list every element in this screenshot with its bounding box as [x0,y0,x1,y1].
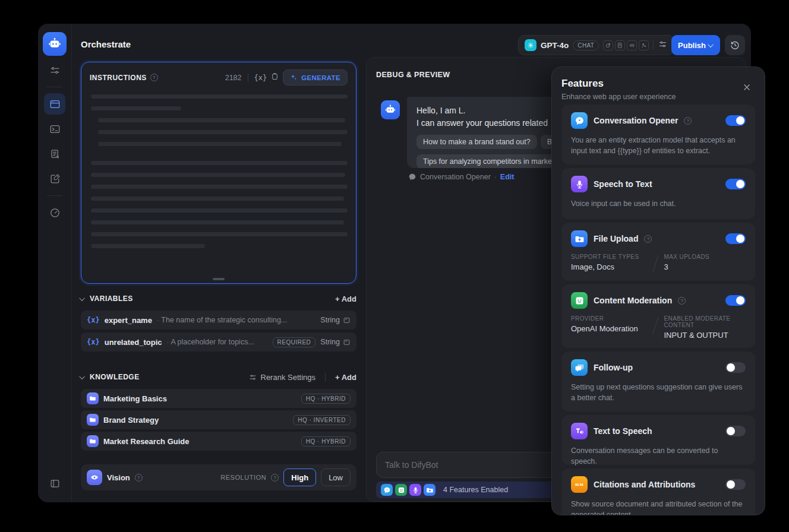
citations-toggle[interactable] [725,479,746,490]
feature-title: Conversation Opener [594,116,678,125]
divider [325,373,326,381]
edit-opener-button[interactable]: Edit [500,173,515,181]
file-upload-toggle[interactable] [725,233,746,244]
preferences-sliders-icon[interactable] [44,59,65,81]
conversation-opener-caption: Conversation Opener · Edit [408,173,514,181]
follow-up-icon [571,359,588,376]
sidebar-item-orchestrate[interactable] [44,93,65,115]
variable-icon: {x} [87,316,100,324]
help-icon[interactable] [684,117,692,125]
vision-capability-icon [603,40,613,50]
knowledge-row[interactable]: Marketing Basics HQ · HYBRID [81,389,356,408]
copy-icon[interactable] [270,72,279,83]
model-mode-badge: CHAT [573,40,599,50]
vision-label: Vision [107,473,130,482]
divider [653,40,654,50]
variable-icon: {x} [87,338,100,346]
resolution-label: RESOLUTION [220,474,266,481]
moderation-provider-field: PROVIDER OpenAI Moderation [571,315,653,333]
chat-input-placeholder: Talk to DifyBot [385,460,438,470]
feature-title: Content Moderation [594,296,672,305]
model-settings-icon[interactable] [658,39,668,52]
sliders-icon [248,373,257,382]
version-history-button[interactable] [725,35,745,55]
chevron-down-icon[interactable] [79,295,85,301]
feature-card-speech-to-text: Speech to Text Voice input can be used i… [561,168,755,219]
feature-title: Text to Speech [594,426,652,436]
features-panel: Features Enhance web app user experience… [551,66,765,515]
variable-row[interactable]: {x} expert_name The name of the strategi… [81,311,356,330]
debug-preview-title: DEBUG & PREVIEW [376,71,450,79]
add-knowledge-button[interactable]: + Add [335,373,356,382]
variables-section-header: VARIABLES + Add [81,292,356,305]
conversation-opener-toggle[interactable] [725,115,746,126]
speech-to-text-toggle[interactable] [725,179,746,189]
conversation-opener-mini-icon [381,484,393,496]
help-icon[interactable] [271,474,279,482]
variable-type: String [320,316,351,324]
sidebar-divider [47,195,62,196]
knowledge-title: KNOWLEDGE [90,373,140,381]
instructions-text-placeholder[interactable] [91,94,348,256]
suggested-question-chip[interactable]: How to make a brand stand out? [416,135,537,149]
text-to-speech-toggle[interactable] [725,426,746,436]
variable-name: expert_name [105,316,152,325]
input-field-icon [343,338,351,346]
feature-card-content-moderation: Content Moderation PROVIDER OpenAI Moder… [561,284,755,348]
index-mode-badge: HQ · HYBRID [301,394,351,404]
sidebar-divider [47,87,62,87]
tools-capability-icon [639,40,649,50]
content-moderation-toggle[interactable] [725,295,746,306]
features-enabled-text: 4 Features Enabled [443,486,508,494]
knowledge-name: Brand Strategy [103,416,159,425]
follow-up-toggle[interactable] [725,362,746,373]
feature-description: You are an entity extraction model that … [571,135,746,156]
sidebar-item-logs[interactable] [44,143,65,164]
resolution-low-button[interactable]: Low [321,468,351,486]
add-variable-button[interactable]: + Add [335,294,356,303]
character-count: 2182 [225,74,242,82]
knowledge-name: Market Research Guide [103,437,190,446]
help-icon[interactable] [678,297,686,305]
generate-button[interactable]: GENERATE [283,69,348,86]
variable-name: unrelated_topic [105,338,162,347]
resize-handle[interactable] [213,278,225,280]
content-moderation-icon [571,292,588,309]
input-field-icon [343,316,351,324]
insert-variable-icon[interactable]: {x} [254,74,267,82]
variable-row[interactable]: {x} unrelated_topic A placeholder for to… [81,332,356,352]
moderation-content-field: ENABLED MODERATE CONTENT INPUT & OUTPUT [664,315,746,340]
publish-button[interactable]: Publish [671,35,720,55]
feature-title: Follow-up [594,363,633,372]
chevron-down-icon[interactable] [79,373,85,379]
knowledge-name: Marketing Basics [103,394,167,403]
index-mode-badge: HQ · HYBRID [301,436,351,446]
rerank-settings-button[interactable]: Rerank Settings [248,373,316,382]
model-selector[interactable]: ✳ GPT-4o CHAT [518,35,674,55]
sidebar-item-monitoring[interactable] [44,202,65,223]
dataset-folder-icon [87,392,99,404]
help-icon[interactable] [150,74,158,81]
sidebar-item-annotations[interactable] [44,168,65,189]
variable-description: The name of the strategic consulting... [157,316,287,324]
file-upload-types-field: SUPPORT FILE TYPES Image, Docs [571,254,653,271]
resolution-high-button[interactable]: High [283,468,316,486]
help-icon[interactable] [135,474,143,482]
feature-title: File Upload [594,234,638,243]
app-logo-robot-icon[interactable] [43,32,67,56]
instructions-panel[interactable]: INSTRUCTIONS 2182 {x} GENERATE [81,62,356,284]
collapse-sidebar-icon[interactable] [45,473,66,494]
feature-card-follow-up: Follow-up Setting up next questions sugg… [561,352,755,411]
page-title: Orchestrate [81,39,131,49]
knowledge-row[interactable]: Brand Strategy HQ · INVERTED [81,410,356,429]
instructions-title: INSTRUCTIONS [90,74,147,82]
close-icon[interactable] [741,81,753,93]
feature-description: Show source document and attributed sect… [571,499,746,515]
suggested-question-chip[interactable]: Tips for analyzing competitors in market [416,154,560,168]
file-upload-mini-icon [424,484,435,496]
help-icon[interactable] [644,235,652,243]
bot-avatar [381,100,400,119]
knowledge-row[interactable]: Market Research Guide HQ · HYBRID [81,432,356,451]
sidebar [38,24,72,502]
sidebar-item-terminal[interactable] [44,118,65,140]
